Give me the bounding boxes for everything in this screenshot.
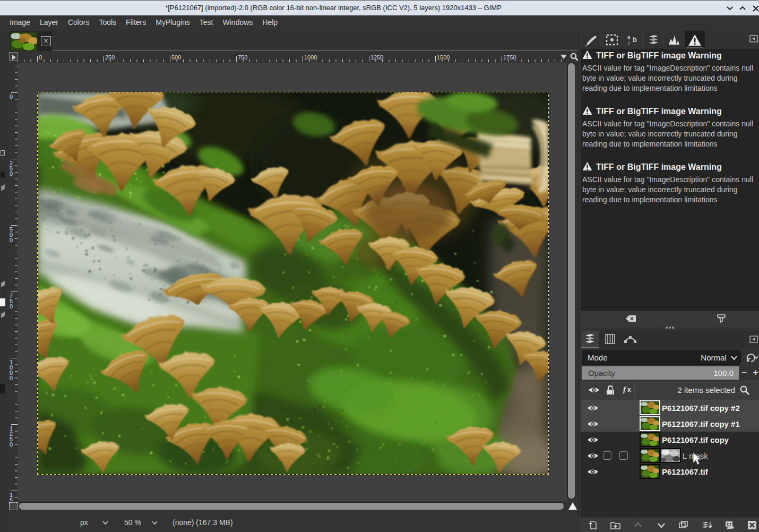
- svg-text:c: c: [628, 40, 631, 46]
- svg-text:1500: 1500: [437, 54, 450, 61]
- svg-text:0: 0: [10, 375, 13, 381]
- svg-text:0: 0: [10, 303, 13, 310]
- svg-text:0: 0: [39, 54, 42, 61]
- svg-text:0: 0: [10, 237, 13, 243]
- svg-text:500: 500: [171, 54, 181, 61]
- svg-text:b: b: [633, 36, 637, 44]
- svg-text:0: 0: [10, 170, 13, 177]
- svg-text:1000: 1000: [304, 54, 317, 61]
- svg-text:1250: 1250: [370, 54, 383, 61]
- svg-text:750: 750: [238, 54, 247, 61]
- svg-text:5: 5: [10, 497, 13, 501]
- svg-text:1750: 1750: [503, 54, 516, 61]
- svg-text:250: 250: [105, 54, 115, 61]
- svg-text:0: 0: [10, 93, 13, 100]
- svg-text:0: 0: [10, 441, 13, 448]
